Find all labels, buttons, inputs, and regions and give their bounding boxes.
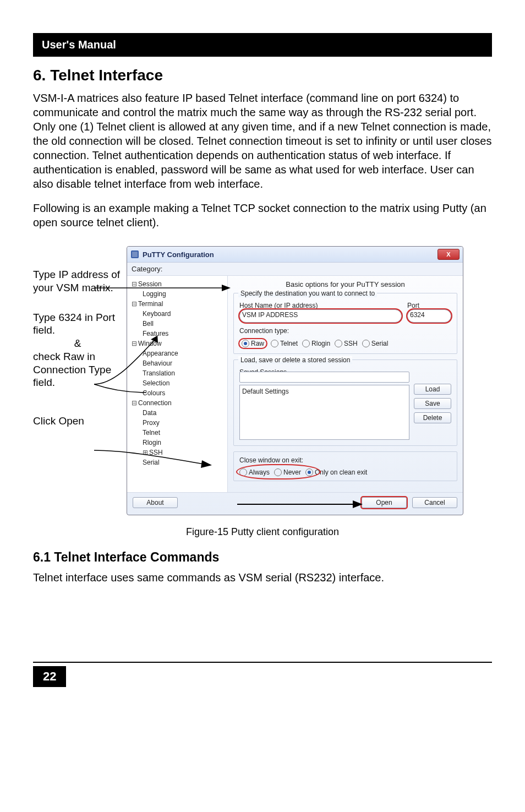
subsection-heading: 6.1 Telnet Interface Commands [33,550,492,565]
cancel-button[interactable]: Cancel [412,497,457,508]
session-panel: Basic options for your PuTTY session Spe… [228,276,463,492]
instruction-line: & [33,337,122,350]
radio-rlogin[interactable]: Rlogin [302,340,330,347]
saved-sessions-input[interactable] [239,372,409,383]
category-label: Category: [127,263,463,276]
tree-item-terminal[interactable]: ⊟Terminal [132,299,225,309]
sessions-group: Load, save or delete a stored session Sa… [233,359,457,446]
port-input[interactable]: 6324 [407,309,451,323]
collapse-icon[interactable]: ⊟ [132,279,137,289]
radio-icon [271,340,278,347]
tree-item-telnet[interactable]: Telnet [132,428,225,438]
host-label: Host Name (or IP address) [239,302,402,309]
collapse-icon[interactable]: ⊟ [132,398,137,408]
group-label: Specify the destination you want to conn… [238,290,377,297]
instruction-text: Type 6324 in Port field. & check Raw in … [33,311,122,390]
port-label: Port [407,302,451,309]
radio-icon [302,340,310,347]
annotation-arrow-icon [237,496,364,513]
page-header: User's Manual [33,33,492,57]
tree-item-ssh[interactable]: ⊞SSH [132,448,225,457]
category-tree[interactable]: ⊟Session Logging ⊟Terminal Keyboard Bell… [127,276,228,492]
paragraph: Following is an example making a Telnet … [33,201,492,230]
expand-icon[interactable]: ⊞ [143,448,148,457]
collapse-icon[interactable]: ⊟ [132,299,137,309]
instruction-text: Click Open [33,415,122,428]
app-icon [130,250,139,259]
radio-ssh[interactable]: SSH [335,340,358,347]
figure: Type IP address of your VSM matrix. Type… [33,246,492,515]
tree-item-translation[interactable]: Translation [132,368,225,378]
tree-item-behaviour[interactable]: Behaviour [132,358,225,368]
connection-type-radios: Raw Telnet Rlogin SSH Serial [239,339,451,348]
section-heading: 6. Telnet Interface [33,67,492,84]
list-item[interactable]: Default Settings [242,388,407,395]
close-exit-label: Close window on exit: [239,456,451,464]
radio-icon [242,340,249,347]
radio-raw[interactable]: Raw [239,339,266,348]
connection-type-label: Connection type: [239,327,451,335]
tree-item-colours[interactable]: Colours [132,388,225,398]
close-button[interactable]: X [438,249,460,260]
instruction-line: Type 6324 in Port field. [33,312,115,336]
instruction-column: Type IP address of your VSM matrix. Type… [33,246,127,428]
tree-item-appearance[interactable]: Appearance [132,348,225,358]
radio-icon [335,340,342,347]
paragraph: Telnet interface uses same commands as V… [33,570,492,585]
tree-item-connection[interactable]: ⊟Connection [132,398,225,408]
collapse-icon[interactable]: ⊟ [132,339,137,348]
radio-icon [362,340,370,347]
tree-item-bell[interactable]: Bell [132,319,225,329]
dialog-buttons: About Open Cancel [127,492,463,515]
open-button[interactable]: Open [362,497,407,508]
host-input[interactable]: VSM IP ADDRESS [239,309,402,323]
radio-serial[interactable]: Serial [362,340,389,347]
tree-item-keyboard[interactable]: Keyboard [132,309,225,319]
sessions-list[interactable]: Default Settings [239,385,409,440]
window-title: PuTTY Configuration [143,250,214,259]
figure-caption: Figure-15 Putty client configuration [33,526,492,538]
page-number: 22 [33,666,66,687]
load-button[interactable]: Load [414,384,451,395]
destination-group: Specify the destination you want to conn… [233,293,457,354]
tree-item-features[interactable]: Features [132,329,225,339]
panel-title: Basic options for your PuTTY session [233,280,457,288]
svg-rect-1 [132,252,138,257]
save-button[interactable]: Save [414,398,451,409]
tree-item-session[interactable]: ⊟Session [132,279,225,289]
tree-item-window[interactable]: ⊟Window [132,339,225,348]
tree-item-proxy[interactable]: Proxy [132,418,225,428]
annotation-ellipse [236,464,321,479]
tree-item-serial[interactable]: Serial [132,457,225,467]
tree-item-selection[interactable]: Selection [132,378,225,388]
instruction-text: Type IP address of your VSM matrix. [33,268,122,295]
radio-telnet[interactable]: Telnet [271,340,298,347]
close-on-exit-group: Close window on exit: Always Never Only … [233,451,457,481]
tree-item-logging[interactable]: Logging [132,289,225,299]
about-button[interactable]: About [133,497,178,508]
window-titlebar: PuTTY Configuration X [127,247,463,263]
instruction-line: check Raw in Connection Type field. [33,351,111,389]
putty-window: PuTTY Configuration X Category: ⊟Session… [127,246,463,515]
paragraph: VSM-I-A matrices also feature IP based T… [33,91,492,191]
page-footer: 22 [33,662,492,687]
tree-item-data[interactable]: Data [132,408,225,418]
tree-item-rlogin[interactable]: Rlogin [132,438,225,448]
delete-button[interactable]: Delete [414,412,451,423]
group-label: Load, save or delete a stored session [238,356,352,364]
